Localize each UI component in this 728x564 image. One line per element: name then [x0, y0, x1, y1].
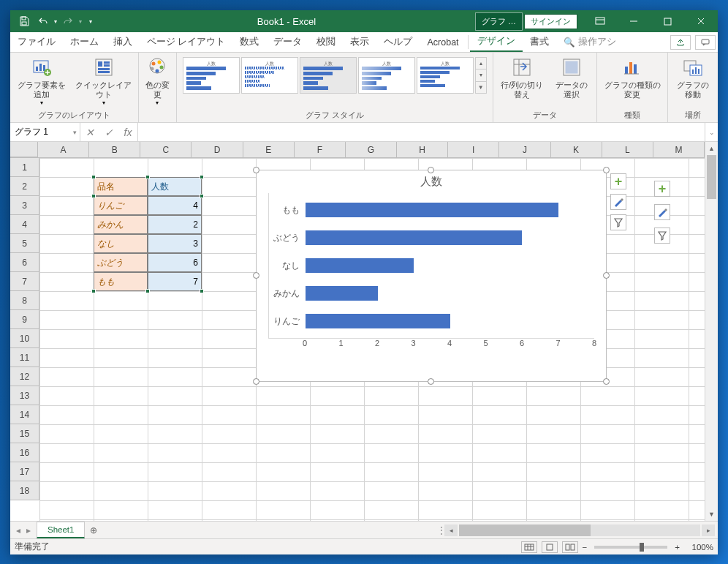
chart-style-3[interactable]: 人数	[300, 57, 357, 94]
table-cell-count[interactable]: 7	[148, 272, 202, 291]
row-header[interactable]: 8	[10, 291, 39, 310]
tab-design[interactable]: デザイン	[470, 32, 523, 52]
col-header[interactable]: H	[397, 142, 448, 157]
tab-data[interactable]: データ	[266, 32, 309, 52]
share-icon[interactable]	[670, 35, 691, 50]
save-icon[interactable]	[16, 13, 32, 29]
table-cell-item[interactable]: なし	[94, 234, 148, 253]
col-header[interactable]: A	[38, 142, 89, 157]
table-cell-item[interactable]: もも	[94, 272, 148, 291]
col-header[interactable]: E	[243, 142, 295, 157]
col-header[interactable]: B	[89, 142, 140, 157]
table-cell-count[interactable]: 6	[148, 253, 202, 272]
chart-title[interactable]: 人数	[257, 170, 606, 190]
row-header[interactable]: 17	[10, 462, 39, 481]
table-header-count[interactable]: 人数	[148, 177, 202, 196]
cancel-icon[interactable]: ✕	[80, 123, 99, 141]
quick-layout-button[interactable]: クイックレイアウト▾	[72, 54, 135, 108]
undo-icon[interactable]	[35, 13, 51, 29]
table-cell-count[interactable]: 3	[148, 234, 202, 253]
row-header[interactable]: 15	[10, 424, 39, 443]
change-colors-button[interactable]: 色の変更▾	[142, 54, 172, 108]
chart-object[interactable]: + + 人数 ももぶどうなしみかんりんご 012345678	[256, 170, 607, 382]
col-header[interactable]: C	[140, 142, 192, 157]
view-pagelayout-icon[interactable]	[542, 541, 558, 553]
row-header[interactable]: 6	[10, 253, 39, 272]
tab-help[interactable]: ヘルプ	[376, 32, 420, 52]
table-cell-item[interactable]: ぶどう	[94, 253, 148, 272]
chart-bar[interactable]	[306, 314, 450, 328]
ribbon-display-icon[interactable]	[583, 10, 617, 32]
row-header[interactable]: 9	[10, 310, 39, 329]
chart-filter-icon-2[interactable]	[654, 228, 670, 244]
table-cell-count[interactable]: 4	[148, 196, 202, 215]
tab-file[interactable]: ファイル	[10, 32, 63, 52]
style-gallery-more[interactable]: ▴▾▼	[475, 57, 487, 94]
col-header[interactable]: D	[192, 142, 243, 157]
tab-tellme[interactable]: 🔍操作アシ	[556, 32, 623, 52]
table-cell-item[interactable]: りんご	[94, 196, 148, 215]
formula-input[interactable]	[138, 123, 705, 141]
tab-format[interactable]: 書式	[523, 32, 556, 52]
zoom-level[interactable]: 100%	[684, 543, 713, 552]
row-header[interactable]: 18	[10, 481, 39, 500]
chart-bar[interactable]	[306, 258, 414, 273]
table-cell-item[interactable]: みかん	[94, 215, 148, 234]
formula-expand-icon[interactable]: ⌄	[705, 123, 718, 141]
chart-bar[interactable]	[306, 286, 378, 301]
col-header[interactable]: M	[653, 142, 705, 157]
col-header[interactable]: I	[448, 142, 499, 157]
tab-insert[interactable]: 挿入	[106, 32, 140, 52]
sheet-nav[interactable]: ◂▸	[10, 522, 37, 538]
chart-styles-icon[interactable]	[610, 194, 626, 210]
row-header[interactable]: 7	[10, 272, 39, 291]
tab-home[interactable]: ホーム	[63, 32, 106, 52]
chart-style-4[interactable]: 人数	[358, 57, 415, 94]
row-header[interactable]: 16	[10, 443, 39, 462]
chart-style-2[interactable]: 人数	[241, 57, 298, 94]
tab-view[interactable]: 表示	[343, 32, 376, 52]
table-cell-count[interactable]: 2	[148, 215, 202, 234]
col-header[interactable]: K	[551, 142, 602, 157]
row-header[interactable]: 4	[10, 215, 39, 234]
zoom-out-icon[interactable]: −	[583, 543, 588, 552]
zoom-slider[interactable]	[594, 546, 667, 549]
row-header[interactable]: 3	[10, 196, 39, 215]
fx-icon[interactable]: fx	[118, 123, 137, 141]
chart-styles-icon-2[interactable]	[654, 204, 670, 220]
name-box[interactable]: グラフ 1	[10, 123, 80, 141]
row-header[interactable]: 1	[10, 158, 39, 177]
chart-elements-icon-2[interactable]: +	[654, 181, 670, 197]
close-icon[interactable]	[684, 10, 718, 32]
tab-review[interactable]: 校閲	[309, 32, 343, 52]
row-header[interactable]: 5	[10, 234, 39, 253]
select-data-button[interactable]: データの選択	[550, 54, 594, 101]
view-pagebreak-icon[interactable]	[562, 541, 578, 553]
add-chart-element-button[interactable]: グラフ要素を追加▾	[13, 54, 70, 108]
chart-elements-icon[interactable]: +	[610, 173, 626, 189]
col-header[interactable]: L	[602, 142, 653, 157]
signin-button[interactable]: サインイン	[524, 14, 577, 29]
comments-icon[interactable]	[695, 35, 716, 50]
change-chart-type-button[interactable]: グラフの種類の変更	[600, 54, 664, 101]
add-sheet-icon[interactable]: ⊕	[85, 522, 102, 538]
col-header[interactable]: F	[295, 142, 346, 157]
col-header[interactable]: J	[499, 142, 550, 157]
row-header[interactable]: 11	[10, 348, 39, 367]
move-chart-button[interactable]: グラフの移動	[671, 54, 715, 101]
chart-style-1[interactable]: 人数	[183, 57, 240, 94]
sheet-tab-1[interactable]: Sheet1	[37, 522, 85, 538]
chart-filter-icon[interactable]	[610, 214, 626, 230]
chart-style-5[interactable]: 人数	[417, 57, 474, 94]
row-header[interactable]: 12	[10, 367, 39, 386]
tab-formulas[interactable]: 数式	[232, 32, 266, 52]
row-header[interactable]: 10	[10, 329, 39, 348]
horizontal-scrollbar[interactable]: ⋮ ◂ ▸	[102, 522, 718, 538]
select-all-corner[interactable]	[10, 142, 38, 157]
col-header[interactable]: G	[346, 142, 397, 157]
tab-acrobat[interactable]: Acrobat	[420, 32, 466, 52]
redo-icon[interactable]	[60, 13, 76, 29]
view-normal-icon[interactable]	[521, 541, 537, 553]
enter-icon[interactable]: ✓	[99, 123, 118, 141]
zoom-in-icon[interactable]: +	[675, 543, 680, 552]
